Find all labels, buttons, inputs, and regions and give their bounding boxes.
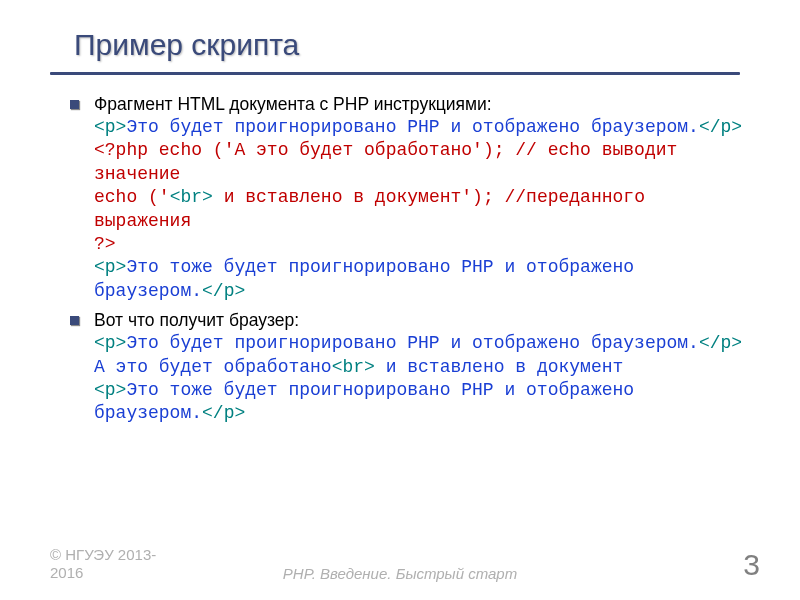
code-tag: <br> [332,357,375,377]
code-tag: <p> [94,117,126,137]
code-tag: <p> [94,380,126,400]
code-php: echo (' [148,140,234,160]
code-tag: <p> [94,333,126,353]
code-tag: </p> [202,281,245,301]
code-tag: </p> [699,333,742,353]
bullet1-intro: Фрагмент HTML документа с PHP инструкция… [94,93,750,116]
code-text: и вставлено в документ [375,357,623,377]
bullet-1: Фрагмент HTML документа с PHP инструкция… [74,93,750,303]
code-php-open: <?php [94,140,148,160]
slide-title: Пример скрипта [74,28,750,62]
code-block-2: <p>Это будет проигнорировано PHP и отобр… [94,332,750,426]
code-str: и вставлено в документ [213,187,461,207]
bullet2-intro: Вот что получит браузер: [94,309,750,332]
code-tag: <br> [170,187,213,207]
code-text: Это тоже будет проигнорировано PHP и ото… [94,380,634,423]
code-tag: </p> [202,403,245,423]
code-tag: </p> [699,117,742,137]
code-str: А это будет обработано [234,140,472,160]
page-number: 3 [743,548,760,582]
code-php: echo (' [94,187,170,207]
slide: Пример скрипта Фрагмент HTML документа с… [0,0,800,600]
footer-subtitle: PHP. Введение. Быстрый старт [0,565,800,582]
code-text: Это тоже будет проигнорировано PHP и ото… [94,257,634,300]
code-tag: <p> [94,257,126,277]
copyright-line1: © НГУЭУ 2013- [50,546,156,563]
code-php-close: ?> [94,234,116,254]
code-block-1: <p>Это будет проигнорировано PHP и отобр… [94,116,750,303]
code-text: А это будет обработано [94,357,332,377]
code-text: Это будет проигнорировано PHP и отображе… [126,117,699,137]
code-text: Это будет проигнорировано PHP и отображе… [126,333,699,353]
title-rule [50,72,740,75]
bullet-2: Вот что получит браузер: <p>Это будет пр… [74,309,750,426]
slide-content: Фрагмент HTML документа с PHP инструкция… [74,93,750,426]
